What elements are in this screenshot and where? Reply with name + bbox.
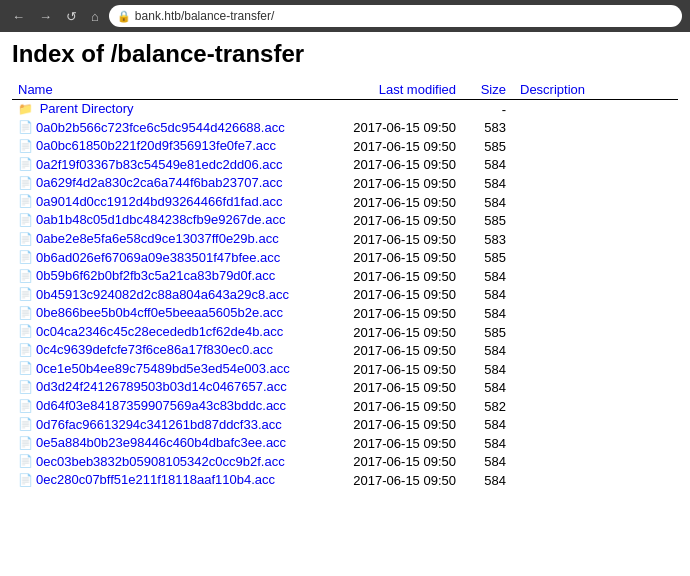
file-name-cell: 📄0ce1e50b4ee89c75489bd5e3ed54e003.acc (12, 360, 332, 379)
file-icon: 📄 (18, 194, 32, 210)
modified-sort-link[interactable]: Last modified (379, 82, 456, 97)
file-icon: 📄 (18, 417, 32, 433)
file-desc-cell (512, 174, 678, 193)
file-name-cell: 📄0a629f4d2a830c2ca6a744f6bab23707.acc (12, 174, 332, 193)
file-desc-cell (512, 304, 678, 323)
table-row: 📄0a0bc61850b221f20d9f356913fe0fe7.acc201… (12, 137, 678, 156)
file-link[interactable]: 0c4c9639defcfe73f6ce86a17f830ec0.acc (36, 342, 273, 357)
file-modified-cell: 2017-06-15 09:50 (332, 193, 462, 212)
forward-button[interactable]: → (35, 7, 56, 26)
file-link[interactable]: 0c04ca2346c45c28ecededb1cf62de4b.acc (36, 324, 283, 339)
file-desc-cell (512, 156, 678, 175)
description-sort-link[interactable]: Description (520, 82, 585, 97)
file-desc-cell (512, 453, 678, 472)
file-size-cell: 584 (462, 193, 512, 212)
column-header-description[interactable]: Description (512, 80, 678, 100)
file-name-cell: 📄0e5a884b0b23e98446c460b4dbafc3ee.acc (12, 434, 332, 453)
file-link[interactable]: 0ec03beb3832b05908105342c0cc9b2f.acc (36, 454, 285, 469)
parent-dir-desc (512, 100, 678, 119)
file-desc-cell (512, 267, 678, 286)
file-link[interactable]: 0a9014d0cc1912d4bd93264466fd1fad.acc (36, 194, 283, 209)
file-desc-cell (512, 137, 678, 156)
file-desc-cell (512, 249, 678, 268)
file-link[interactable]: 0a2f19f03367b83c54549e81edc2dd06.acc (36, 157, 283, 172)
reload-button[interactable]: ↺ (62, 7, 81, 26)
file-name-cell: 📄0ec280c07bff51e211f18118aaf110b4.acc (12, 471, 332, 490)
file-modified-cell: 2017-06-15 09:50 (332, 156, 462, 175)
file-icon: 📄 (18, 139, 32, 155)
file-desc-cell (512, 341, 678, 360)
file-name-cell: 📄0c04ca2346c45c28ecededb1cf62de4b.acc (12, 323, 332, 342)
column-header-name[interactable]: Name (12, 80, 332, 100)
file-modified-cell: 2017-06-15 09:50 (332, 267, 462, 286)
file-link[interactable]: 0ab1b48c05d1dbc484238cfb9e9267de.acc (36, 212, 285, 227)
folder-icon: 📁 (18, 102, 32, 118)
table-row: 📄0b6ad026ef67069a09e383501f47bfee.acc201… (12, 249, 678, 268)
name-sort-link[interactable]: Name (18, 82, 53, 97)
table-row: 📄0d3d24f24126789503b03d14c0467657.acc201… (12, 378, 678, 397)
file-link[interactable]: 0d64f03e84187359907569a43c83bddc.acc (36, 398, 286, 413)
table-row: 📄0b59b6f62b0bf2fb3c5a21ca83b79d0f.acc201… (12, 267, 678, 286)
table-row: 📄0a9014d0cc1912d4bd93264466fd1fad.acc201… (12, 193, 678, 212)
file-modified-cell: 2017-06-15 09:50 (332, 230, 462, 249)
file-link[interactable]: 0b6ad026ef67069a09e383501f47bfee.acc (36, 250, 280, 265)
file-desc-cell (512, 378, 678, 397)
table-row: 📄0ce1e50b4ee89c75489bd5e3ed54e003.acc201… (12, 360, 678, 379)
file-link[interactable]: 0a629f4d2a830c2ca6a744f6bab23707.acc (36, 175, 283, 190)
file-icon: 📄 (18, 306, 32, 322)
file-desc-cell (512, 193, 678, 212)
file-size-cell: 585 (462, 211, 512, 230)
table-header-row: Name Last modified Size Description (12, 80, 678, 100)
file-desc-cell (512, 434, 678, 453)
size-sort-link[interactable]: Size (481, 82, 506, 97)
file-name-cell: 📄0b59b6f62b0bf2fb3c5a21ca83b79d0f.acc (12, 267, 332, 286)
file-table-body: 📁 Parent Directory - 📄0a0b2b566c723fce6c… (12, 100, 678, 490)
file-modified-cell: 2017-06-15 09:50 (332, 174, 462, 193)
file-size-cell: 584 (462, 174, 512, 193)
table-row: 📄0e5a884b0b23e98446c460b4dbafc3ee.acc201… (12, 434, 678, 453)
file-size-cell: 585 (462, 323, 512, 342)
file-link[interactable]: 0b45913c924082d2c88a804a643a29c8.acc (36, 287, 289, 302)
column-header-size[interactable]: Size (462, 80, 512, 100)
file-modified-cell: 2017-06-15 09:50 (332, 249, 462, 268)
file-name-cell: 📄0c4c9639defcfe73f6ce86a17f830ec0.acc (12, 341, 332, 360)
file-modified-cell: 2017-06-15 09:50 (332, 434, 462, 453)
file-desc-cell (512, 397, 678, 416)
parent-dir-cell: 📁 Parent Directory (12, 100, 332, 119)
file-modified-cell: 2017-06-15 09:50 (332, 397, 462, 416)
parent-directory-link[interactable]: Parent Directory (40, 101, 134, 116)
file-link[interactable]: 0a0b2b566c723fce6c5dc9544d426688.acc (36, 120, 285, 135)
file-link[interactable]: 0a0bc61850b221f20d9f356913fe0fe7.acc (36, 138, 276, 153)
file-name-cell: 📄0be866bee5b0b4cff0e5beeaa5605b2e.acc (12, 304, 332, 323)
file-link[interactable]: 0ec280c07bff51e211f18118aaf110b4.acc (36, 472, 275, 487)
file-link[interactable]: 0e5a884b0b23e98446c460b4dbafc3ee.acc (36, 435, 286, 450)
file-link[interactable]: 0d3d24f24126789503b03d14c0467657.acc (36, 379, 287, 394)
file-name-cell: 📄0a0b2b566c723fce6c5dc9544d426688.acc (12, 119, 332, 138)
file-link[interactable]: 0ce1e50b4ee89c75489bd5e3ed54e003.acc (36, 361, 290, 376)
parent-dir-size: - (462, 100, 512, 119)
file-name-cell: 📄0d64f03e84187359907569a43c83bddc.acc (12, 397, 332, 416)
file-icon: 📄 (18, 213, 32, 229)
file-link[interactable]: 0b59b6f62b0bf2fb3c5a21ca83b79d0f.acc (36, 268, 275, 283)
column-header-modified[interactable]: Last modified (332, 80, 462, 100)
back-button[interactable]: ← (8, 7, 29, 26)
table-row: 📄0d64f03e84187359907569a43c83bddc.acc201… (12, 397, 678, 416)
file-size-cell: 584 (462, 416, 512, 435)
table-row: 📄0abe2e8e5fa6e58cd9ce13037ff0e29b.acc201… (12, 230, 678, 249)
file-desc-cell (512, 286, 678, 305)
page-content: Index of /balance-transfer Name Last mod… (0, 32, 690, 498)
file-link[interactable]: 0be866bee5b0b4cff0e5beeaa5605b2e.acc (36, 305, 283, 320)
parent-dir-modified (332, 100, 462, 119)
file-link[interactable]: 0abe2e8e5fa6e58cd9ce13037ff0e29b.acc (36, 231, 279, 246)
file-size-cell: 585 (462, 137, 512, 156)
file-size-cell: 585 (462, 249, 512, 268)
file-modified-cell: 2017-06-15 09:50 (332, 453, 462, 472)
file-desc-cell (512, 471, 678, 490)
table-row: 📄0ab1b48c05d1dbc484238cfb9e9267de.acc201… (12, 211, 678, 230)
home-button[interactable]: ⌂ (87, 7, 103, 26)
page-title: Index of /balance-transfer (12, 40, 678, 68)
file-link[interactable]: 0d76fac96613294c341261bd87ddcf33.acc (36, 417, 282, 432)
address-bar[interactable]: 🔒 bank.htb/balance-transfer/ (109, 5, 682, 27)
file-desc-cell (512, 230, 678, 249)
file-modified-cell: 2017-06-15 09:50 (332, 360, 462, 379)
